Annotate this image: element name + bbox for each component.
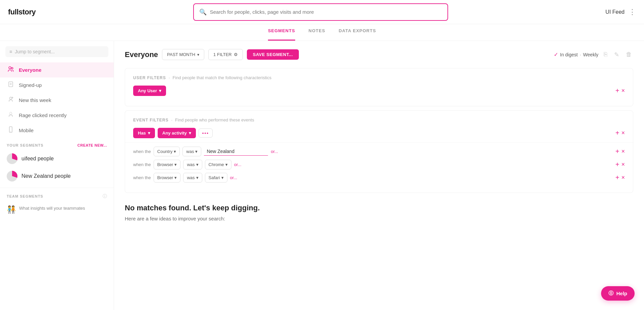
sidebar-item-mobile[interactable]: Mobile (0, 123, 114, 138)
remove-user-filter-button[interactable]: × (621, 87, 625, 94)
everyone-icon (7, 66, 15, 74)
any-user-button[interactable]: Any User ▾ (133, 86, 166, 96)
time-filter-button[interactable]: PAST MONTH (162, 49, 204, 60)
logo: fullstory (8, 8, 36, 16)
condition-1-actions: + × (615, 148, 625, 155)
add-condition-2-button[interactable]: + (615, 161, 620, 168)
sidebar-item-nz-label: New Zealand people (21, 173, 71, 179)
condition-1-or-link[interactable]: or... (271, 149, 278, 154)
filter-button[interactable]: 1 FILTER ⚙ (208, 49, 243, 60)
event-filters-section: EVENT FILTERS · Find people who performe… (125, 110, 633, 193)
filter-divider-1 (125, 142, 633, 143)
mobile-icon (7, 126, 15, 135)
condition-1-field-button[interactable]: Country ▾ (154, 147, 180, 156)
any-user-label: Any User (138, 88, 157, 93)
your-segments-section-header: YOUR SEGMENTS CREATE NEW... (0, 138, 114, 150)
add-event-filter-button[interactable]: + (615, 129, 620, 137)
condition-3-operator-label: was (187, 175, 195, 180)
event-filters-title: EVENT FILTERS (133, 118, 168, 122)
sidebar-item-everyone[interactable]: Everyone (0, 62, 114, 78)
condition-1-operator-button[interactable]: was ▾ (182, 147, 201, 156)
condition-2-operator-button[interactable]: was ▾ (183, 160, 202, 169)
sidebar-item-uifeed-label: uifeed people (21, 156, 54, 162)
has-button[interactable]: Has ▾ (133, 128, 155, 138)
header-username: UI Feed (605, 9, 625, 15)
copy-button[interactable]: ⎘ (602, 50, 609, 59)
add-condition-1-button[interactable]: + (615, 148, 620, 155)
tab-data-exports[interactable]: DATA EXPORTS (339, 28, 376, 41)
condition-3-field-button[interactable]: Browser ▾ (154, 173, 181, 183)
page-title: Everyone (125, 50, 158, 59)
tab-notes[interactable]: NOTES (309, 28, 325, 41)
new-this-week-icon (7, 96, 15, 104)
remove-condition-1-button[interactable]: × (621, 148, 625, 155)
sidebar-item-rage-clicked-label: Rage clicked recently (19, 112, 67, 118)
user-filters-description: Find people that match the following cha… (172, 75, 271, 80)
event-filter-main-row: Has ▾ Any activity ▾ ••• + × (133, 128, 625, 138)
nav-tabs: SEGMENTS NOTES DATA EXPORTS (0, 24, 644, 41)
header-menu-icon[interactable]: ⋮ (629, 8, 636, 16)
sidebar-item-nz-people[interactable]: New Zealand people (0, 167, 114, 185)
sidebar-item-rage-clicked[interactable]: Rage clicked recently (0, 108, 114, 123)
no-matches-section: No matches found. Let's keep digging. He… (125, 204, 633, 221)
nz-avatar (7, 171, 17, 182)
condition-3-value-label: Safari (209, 175, 220, 180)
user-filters-header: USER FILTERS · Find people that match th… (133, 75, 625, 80)
create-new-button[interactable]: CREATE NEW... (77, 143, 107, 147)
remove-condition-2-button[interactable]: × (621, 161, 625, 168)
has-chevron: ▾ (148, 131, 150, 136)
team-segments-section: TEAM SEGMENTS ⓘ (0, 188, 114, 202)
search-input[interactable] (210, 9, 442, 15)
sidebar-item-uifeed-people[interactable]: uifeed people (0, 150, 114, 167)
more-options-button[interactable]: ••• (199, 128, 213, 138)
sidebar-item-new-this-week[interactable]: New this week (0, 93, 114, 108)
condition-3-or-link[interactable]: or... (230, 175, 237, 180)
sidebar-item-everyone-label: Everyone (19, 67, 42, 73)
delete-button[interactable]: 🗑 (625, 50, 633, 59)
event-condition-1: when the Country ▾ was ▾ or... + × (133, 147, 625, 156)
search-icon: 🔍 (199, 8, 207, 16)
team-segments-info-icon[interactable]: ⓘ (103, 193, 107, 199)
condition-2-field-chevron: ▾ (174, 162, 177, 167)
sidebar-item-new-this-week-label: New this week (19, 97, 51, 103)
condition-2-operator-label: was (187, 162, 195, 167)
sidebar-item-signed-up[interactable]: Signed-up (0, 78, 114, 93)
any-user-chevron: ▾ (159, 88, 161, 93)
help-label: Help (616, 291, 627, 296)
event-filters-header: EVENT FILTERS · Find people who performe… (133, 117, 625, 122)
filter-icon: ⚙ (234, 52, 238, 57)
header: fullstory 🔍 UI Feed ⋮ (0, 0, 644, 24)
save-segment-button[interactable]: SAVE SEGMENT... (247, 49, 299, 60)
help-button[interactable]: ⓪ Help (601, 286, 635, 301)
time-filter-label: PAST MONTH (167, 52, 195, 57)
condition-2-field-button[interactable]: Browser ▾ (154, 160, 181, 169)
time-filter-chevron (197, 52, 199, 57)
any-activity-button[interactable]: Any activity ▾ (158, 128, 196, 138)
condition-1-field-chevron: ▾ (174, 149, 176, 154)
condition-2-value-button[interactable]: Chrome ▾ (205, 160, 231, 169)
user-filters-title: USER FILTERS (133, 75, 166, 80)
add-condition-3-button[interactable]: + (615, 174, 620, 182)
team-segments-header: TEAM SEGMENTS ⓘ (7, 193, 107, 199)
svg-rect-9 (9, 127, 12, 133)
svg-point-0 (9, 67, 11, 69)
condition-1-value-input[interactable] (204, 147, 268, 156)
user-filters-desc: · (169, 75, 170, 80)
remove-condition-3-button[interactable]: × (621, 174, 625, 181)
condition-1-operator-label: was (186, 149, 194, 154)
sidebar-jump-search[interactable]: ≡ Jump to segment... (5, 46, 108, 57)
rage-clicked-icon (7, 111, 15, 119)
search-bar[interactable]: 🔍 (193, 3, 448, 21)
tab-segments[interactable]: SEGMENTS (268, 28, 295, 41)
add-user-filter-button[interactable]: + (615, 87, 620, 95)
content-area: Everyone PAST MONTH 1 FILTER ⚙ SAVE SEGM… (114, 41, 644, 310)
user-filter-row: Any User ▾ + × (133, 86, 625, 96)
remove-event-filter-button[interactable]: × (621, 130, 625, 137)
sidebar-search-icon: ≡ (9, 49, 12, 54)
condition-3-value-button[interactable]: Safari ▾ (205, 173, 227, 183)
team-promo: 🧑‍🤝‍🧑 What insights will your teammates (0, 202, 114, 217)
edit-button[interactable]: ✎ (613, 50, 621, 60)
condition-2-or-link[interactable]: or... (234, 162, 241, 167)
your-segments-title: YOUR SEGMENTS (7, 143, 44, 147)
condition-3-operator-button[interactable]: was ▾ (183, 173, 202, 183)
